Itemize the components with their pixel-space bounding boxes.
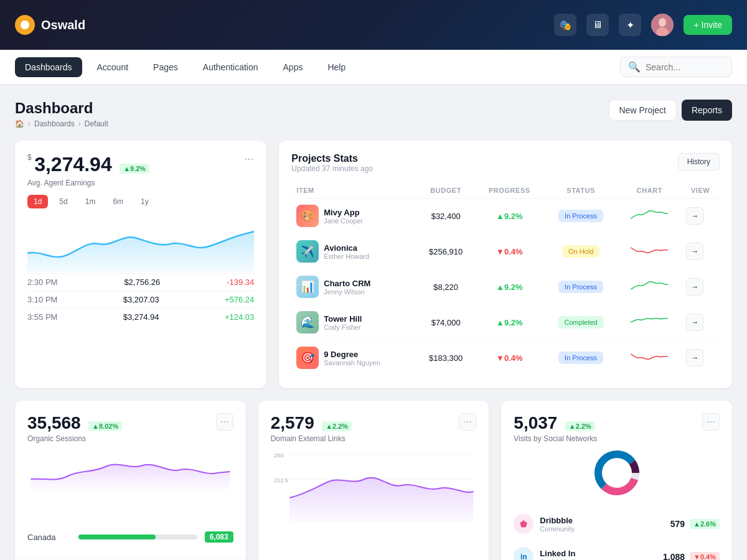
- view-btn-avionica[interactable]: →: [686, 243, 703, 260]
- social-label: Visits by Social Networks: [514, 434, 597, 443]
- reports-button[interactable]: Reports: [682, 100, 732, 121]
- col-status: STATUS: [544, 183, 618, 198]
- table-row: 🌊 Tower Hill Cody Fisher $74,000 ▲9.2% C…: [291, 305, 720, 340]
- organic-chart: [27, 448, 233, 492]
- dribbble-icon: ⬟: [514, 514, 533, 534]
- project-icon-9degree: 🎯: [296, 347, 319, 369]
- svg-text:212.5: 212.5: [274, 477, 288, 483]
- project-icon-charto: 📊: [296, 276, 319, 298]
- table-row: 🎨 Mivy App Jane Cooper $32,400 ▲9.2% In …: [291, 198, 720, 234]
- earnings-value: 3,274.94: [34, 153, 112, 175]
- monitor-icon[interactable]: 🖥: [586, 14, 609, 36]
- nav-bar: Dashboards Account Pages Authentication …: [0, 50, 747, 85]
- logo-area: Oswald: [15, 15, 85, 35]
- view-btn-charto[interactable]: →: [686, 278, 703, 296]
- top-cards-row: $ 3,274.94 ▲9.2% Avg. Agent Earnings ⋯ 1…: [15, 141, 732, 388]
- svg-point-1: [659, 18, 666, 27]
- domain-more[interactable]: ⋯: [459, 413, 476, 431]
- organic-card: B Bootstrap 5 35,568 ▲8.02% Organic Sess…: [15, 401, 246, 560]
- status-badge: In Process: [558, 210, 603, 222]
- top-header: Oswald 🎭 🖥 ✦ + Invite: [0, 0, 747, 50]
- organic-badge: ▲8.02%: [88, 421, 122, 431]
- nav-item-dashboards[interactable]: Dashboards: [15, 57, 82, 77]
- page-header: Dashboard 🏠 › Dashboards › Default New P…: [15, 100, 732, 128]
- earnings-card: $ 3,274.94 ▲9.2% Avg. Agent Earnings ⋯ 1…: [15, 141, 266, 388]
- social-item-dribbble: ⬟ Dribbble Community 579 ▲2.6%: [514, 508, 720, 541]
- header-right: 🎭 🖥 ✦ + Invite: [554, 14, 732, 36]
- organic-value: 35,568: [27, 413, 81, 432]
- status-badge: Completed: [558, 316, 603, 329]
- linkedin-icon: in: [514, 547, 533, 560]
- svg-text:250: 250: [274, 452, 283, 459]
- projects-header: Projects Stats Updated 37 minutes ago Hi…: [291, 153, 720, 173]
- earnings-header: $ 3,274.94 ▲9.2% Avg. Agent Earnings: [27, 153, 149, 187]
- col-chart: CHART: [618, 183, 681, 198]
- projects-card: Projects Stats Updated 37 minutes ago Hi…: [279, 141, 732, 388]
- domain-value: 2,579: [271, 413, 314, 432]
- table-row: 📊 Charto CRM Jenny Wilson $8,220 ▲9.2% I…: [291, 269, 720, 305]
- nav-item-apps[interactable]: Apps: [273, 57, 313, 77]
- share-icon[interactable]: ✦: [619, 14, 641, 36]
- project-icon-tower: 🌊: [296, 311, 319, 334]
- page-title: Dashboard: [15, 100, 108, 117]
- search-icon: 🔍: [628, 61, 641, 73]
- earnings-rows: 2:30 PM $2,756.26 -139.34 3:10 PM $3,207…: [27, 273, 254, 325]
- nav-item-pages[interactable]: Pages: [143, 57, 188, 77]
- projects-table: ITEM BUDGET PROGRESS STATUS CHART VIEW 🎨: [291, 183, 720, 376]
- earnings-row-2: 3:10 PM $3,207.03 +576.24: [27, 291, 254, 308]
- breadcrumb: 🏠 › Dashboards › Default: [15, 119, 108, 128]
- earnings-badge: ▲9.2%: [120, 164, 149, 174]
- table-row: ✈️ Avionica Esther Howard $256,910 ▼0.4%…: [291, 234, 720, 269]
- page-title-area: Dashboard 🏠 › Dashboards › Default: [15, 100, 108, 128]
- domain-chart: 250 212.5: [271, 448, 477, 523]
- time-filter-1m[interactable]: 1m: [79, 195, 102, 208]
- search-input[interactable]: [646, 62, 724, 72]
- projects-updated: Updated 37 minutes ago: [291, 164, 373, 173]
- home-icon: 🏠: [15, 119, 24, 128]
- mask-icon[interactable]: 🎭: [554, 14, 576, 36]
- social-items: ⬟ Dribbble Community 579 ▲2.6% in Linked…: [514, 508, 720, 560]
- new-project-button[interactable]: New Project: [609, 100, 677, 121]
- avatar[interactable]: [651, 14, 674, 36]
- domain-badge: ▲2.2%: [322, 421, 352, 431]
- view-btn-mivy[interactable]: →: [686, 207, 703, 225]
- earnings-row-1: 2:30 PM $2,756.26 -139.34: [27, 273, 254, 291]
- col-item: ITEM: [291, 183, 416, 198]
- time-filter-5d[interactable]: 5d: [53, 195, 73, 208]
- col-view: VIEW: [681, 183, 720, 198]
- time-filter-1y[interactable]: 1y: [134, 195, 155, 208]
- bottom-row: B Bootstrap 5 35,568 ▲8.02% Organic Sess…: [15, 401, 732, 560]
- search-container: 🔍: [620, 57, 732, 77]
- history-button[interactable]: History: [678, 153, 720, 170]
- time-filter-6m[interactable]: 6m: [106, 195, 129, 208]
- logo-text: Oswald: [41, 18, 85, 32]
- currency-symbol: $: [27, 153, 32, 162]
- nav-item-account[interactable]: Account: [87, 57, 139, 77]
- earnings-more[interactable]: ⋯: [244, 153, 254, 165]
- social-donut-chart: [592, 448, 642, 498]
- view-btn-tower[interactable]: →: [686, 314, 703, 331]
- earnings-label: Avg. Agent Earnings: [27, 179, 149, 187]
- col-progress: PROGRESS: [475, 183, 543, 198]
- invite-button[interactable]: + Invite: [684, 15, 732, 35]
- logo-icon: [15, 15, 35, 35]
- earnings-chart: [27, 216, 254, 266]
- organic-more[interactable]: ⋯: [216, 413, 233, 431]
- time-filter-1d[interactable]: 1d: [27, 195, 48, 208]
- nav-item-help[interactable]: Help: [317, 57, 355, 77]
- social-more[interactable]: ⋯: [702, 413, 720, 431]
- social-card: 5,037 ▲2.2% Visits by Social Networks ⋯: [501, 401, 732, 560]
- organic-label: Organic Sessions: [27, 434, 122, 443]
- earnings-row-3: 3:55 PM $3,274.94 +124.03: [27, 308, 254, 325]
- view-btn-9degree[interactable]: →: [686, 349, 703, 366]
- nav-item-authentication[interactable]: Authentication: [193, 57, 268, 77]
- status-badge: In Process: [558, 352, 603, 364]
- domain-label: Domain External Links: [271, 434, 352, 443]
- project-icon-avionica: ✈️: [296, 240, 319, 263]
- project-icon-mivy: 🎨: [296, 205, 319, 227]
- main-content: Dashboard 🏠 › Dashboards › Default New P…: [0, 85, 747, 560]
- domain-card: 2,579 ▲2.2% Domain External Links ⋯ 250 …: [258, 401, 489, 560]
- page-actions: New Project Reports: [609, 100, 733, 121]
- time-filters: 1d 5d 1m 6m 1y: [27, 195, 254, 208]
- social-badge: ▲2.2%: [565, 421, 595, 431]
